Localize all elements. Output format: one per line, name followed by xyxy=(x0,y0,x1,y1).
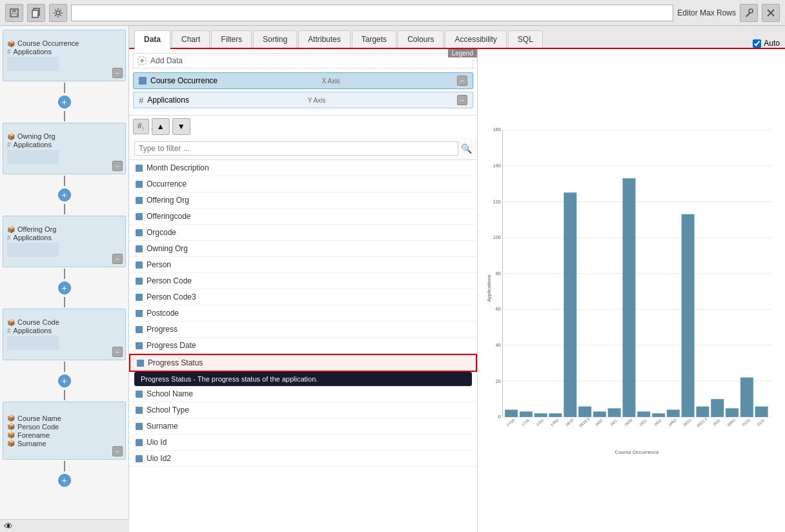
sidebar-add-btn-4[interactable]: + xyxy=(58,374,71,387)
sidebar-add-btn-2[interactable]: + xyxy=(58,189,71,201)
svg-text:20/21: 20/21 xyxy=(682,418,692,427)
field-cube-icon xyxy=(136,439,143,446)
field-item-person[interactable]: Person xyxy=(129,257,477,273)
field-item-progress[interactable]: Progress xyxy=(129,322,477,338)
svg-text:18/19: 18/19 xyxy=(565,418,575,427)
report-title-input[interactable]: Applications by Year xyxy=(71,5,673,21)
save-button[interactable] xyxy=(5,4,23,22)
tab-chart[interactable]: Chart xyxy=(172,30,210,48)
svg-text:19/20: 19/20 xyxy=(624,418,633,427)
tab-filters[interactable]: Filters xyxy=(211,30,252,48)
field-item-orgcode[interactable]: Orgcode xyxy=(129,225,477,241)
sidebar-add-btn-3[interactable]: + xyxy=(58,281,71,294)
field-cube-icon xyxy=(136,213,143,220)
applications-row-2: # Applications xyxy=(7,141,59,148)
y-axis-title: Applications xyxy=(486,274,492,302)
add-data-button[interactable]: Add Data xyxy=(133,53,473,68)
owning-org-label: Owning Org xyxy=(17,132,56,140)
wrench-button[interactable] xyxy=(740,4,758,22)
settings-button[interactable] xyxy=(49,4,67,22)
axis-item-course-occurrence: Course Occurrence X Axis − xyxy=(133,72,473,89)
tab-targets[interactable]: Targets xyxy=(352,30,396,48)
content-area: Data Chart Filters Sorting Attributes Ta… xyxy=(129,26,785,532)
field-item-uio-id2[interactable]: Uio Id2 xyxy=(129,451,477,467)
svg-point-6 xyxy=(749,9,753,13)
svg-text:17/18: 17/18 xyxy=(505,418,515,427)
field-list[interactable]: Month DescriptionOccurrenceOffering OrgO… xyxy=(129,160,477,532)
sidebar-group-course-occurrence: 📦 Course Occurrence # Applications − + xyxy=(0,30,128,121)
chart-svg: Applications 0 20 40 60 xyxy=(484,56,779,526)
field-label: School Name xyxy=(147,389,193,398)
field-item-uio-id[interactable]: Uio Id xyxy=(129,435,477,451)
axis-minus-2[interactable]: − xyxy=(457,95,467,105)
field-item-offering-org[interactable]: Offering Org xyxy=(129,192,477,209)
field-item-surname[interactable]: Surname xyxy=(129,418,477,435)
sidebar-item-course-code: 📦 Course Code # Applications − xyxy=(3,309,126,360)
sort-down-button[interactable]: ▼ xyxy=(172,118,190,135)
search-icon[interactable]: 🔍 xyxy=(461,143,472,154)
sidebar-add-btn-5[interactable]: + xyxy=(58,474,71,487)
bar-3 xyxy=(535,413,547,417)
field-item-postcode[interactable]: Postcode xyxy=(129,305,477,322)
applications-row-1: # Applications xyxy=(7,48,79,56)
filter-input[interactable] xyxy=(134,141,458,156)
field-label: Month Description xyxy=(147,163,209,172)
axis-item-applications: # Applications Y Axis − xyxy=(133,92,473,108)
field-item-school-type[interactable]: School Type xyxy=(129,402,477,418)
tab-colours[interactable]: Colours xyxy=(398,30,443,48)
field-cube-icon xyxy=(136,229,143,236)
sidebar-item-owning-org: 📦 Owning Org # Applications − xyxy=(3,123,126,174)
field-item-person-code[interactable]: Person Code xyxy=(129,273,477,289)
tab-accessibility[interactable]: Accessibility xyxy=(445,30,506,48)
field-item-month-description[interactable]: Month Description xyxy=(129,160,477,176)
sidebar-minus-1[interactable]: − xyxy=(112,68,123,78)
sidebar-chart-3 xyxy=(7,243,59,257)
tab-sorting[interactable]: Sorting xyxy=(253,30,297,48)
tab-data[interactable]: Data xyxy=(134,30,170,49)
forename-row: 📦 Forename xyxy=(7,431,61,439)
field-label: Person xyxy=(147,260,171,269)
tab-attributes[interactable]: Attributes xyxy=(298,30,351,48)
sidebar-item-offering-org: 📦 Offering Org # Applications − xyxy=(3,216,126,267)
close-button[interactable] xyxy=(762,4,780,22)
sidebar-minus-4[interactable]: − xyxy=(112,347,123,357)
connector-1 xyxy=(64,83,65,93)
svg-text:20: 20 xyxy=(496,379,501,384)
sidebar-group-course-code: 📦 Course Code # Applications − + xyxy=(0,309,128,400)
field-item-school-name[interactable]: School Name xyxy=(129,386,477,402)
field-cube-icon xyxy=(136,391,143,398)
field-label: Occurrence xyxy=(147,179,187,189)
bar-6 xyxy=(578,407,591,417)
field-label: Person Code3 xyxy=(147,292,196,302)
field-label: Offeringcode xyxy=(147,212,191,221)
applications-label-3: Applications xyxy=(14,234,52,241)
sidebar-add-btn-1[interactable]: + xyxy=(58,96,71,108)
sidebar-group-owning-org: 📦 Owning Org # Applications − + xyxy=(0,123,128,214)
field-item-offeringcode[interactable]: Offeringcode xyxy=(129,209,477,225)
field-cube-icon xyxy=(136,245,143,252)
cube-icon: 📦 xyxy=(7,40,15,47)
sort-up-button[interactable]: ▲ xyxy=(152,118,170,135)
axis-minus-1[interactable]: − xyxy=(457,76,467,86)
field-item-person-code3[interactable]: Person Code3 xyxy=(129,289,477,305)
legend-badge: Legend xyxy=(448,49,477,57)
course-code-label: Course Code xyxy=(17,318,59,326)
bar-8 xyxy=(608,408,621,417)
auto-checkbox[interactable] xyxy=(753,39,761,48)
sidebar-minus-3[interactable]: − xyxy=(112,254,123,264)
field-item-progress-status[interactable]: Progress Status xyxy=(129,354,477,372)
sidebar-chart-1 xyxy=(7,57,59,71)
connector-6 xyxy=(64,297,65,307)
sidebar-minus-2[interactable]: − xyxy=(112,161,123,171)
field-cube-icon xyxy=(136,342,143,349)
tab-sql[interactable]: SQL xyxy=(508,30,543,48)
field-item-occurrence[interactable]: Occurrence xyxy=(129,176,477,192)
eye-icon: 👁 xyxy=(4,521,13,531)
field-label: Uio Id2 xyxy=(147,454,171,463)
field-item-owning-org[interactable]: Owning Org xyxy=(129,241,477,257)
field-cube-icon xyxy=(136,423,143,430)
field-item-progress-date[interactable]: Progress Date xyxy=(129,338,477,354)
copy-button[interactable] xyxy=(27,4,45,22)
sidebar-minus-5[interactable]: − xyxy=(112,446,123,456)
applications-label-4: Applications xyxy=(14,327,52,334)
